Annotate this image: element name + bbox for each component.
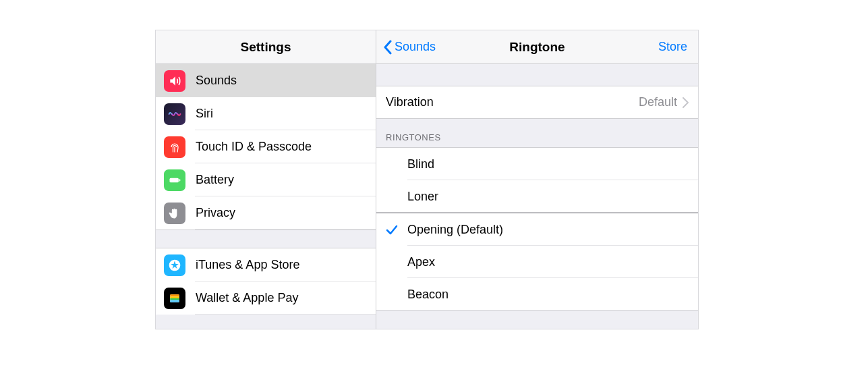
settings-sidebar: Settings SoundsSiriTouch ID & PasscodeBa… <box>156 30 376 329</box>
builtin-ringtones-list: Opening (Default)ApexBeacon <box>376 213 698 311</box>
sidebar-item-label: Sounds <box>196 74 237 88</box>
sidebar-item-label: Wallet & Apple Pay <box>196 291 298 305</box>
svg-rect-7 <box>170 300 179 302</box>
detail-pane: Sounds Ringtone Store Vibration Default … <box>376 30 698 329</box>
section-gap <box>376 64 698 86</box>
sidebar-item-siri[interactable]: Siri <box>156 97 376 130</box>
sidebar-header: Settings <box>156 30 376 64</box>
ringtone-label: Blind <box>407 157 434 171</box>
ringtone-row[interactable]: Beacon <box>376 278 698 311</box>
hand-icon <box>164 203 185 224</box>
sidebar-item-label: Siri <box>196 107 213 121</box>
sidebar-item-label: iTunes & App Store <box>196 258 299 272</box>
battery-icon <box>164 169 185 191</box>
back-label: Sounds <box>395 40 436 54</box>
siri-icon <box>164 103 185 125</box>
back-button[interactable]: Sounds <box>383 30 436 63</box>
svg-rect-1 <box>179 179 181 181</box>
speaker-icon <box>164 70 185 92</box>
ringtone-label: Loner <box>407 190 438 204</box>
sidebar-item-sounds[interactable]: Sounds <box>156 64 376 97</box>
ringtone-row[interactable]: Loner <box>376 180 698 213</box>
sidebar-title: Settings <box>241 40 291 55</box>
sidebar-item-touchid[interactable]: Touch ID & Passcode <box>156 130 376 163</box>
fingerprint-icon <box>164 136 185 158</box>
ringtones-section-header: RINGTONES <box>376 119 698 147</box>
sidebar-item-privacy[interactable]: Privacy <box>156 196 376 230</box>
ringtone-row[interactable]: Blind <box>376 148 698 180</box>
wallet-icon <box>164 288 185 309</box>
sidebar-item-wallet[interactable]: Wallet & Apple Pay <box>156 281 376 315</box>
settings-split-view: Settings SoundsSiriTouch ID & PasscodeBa… <box>155 30 699 329</box>
sidebar-group-1: SoundsSiriTouch ID & PasscodeBatteryPriv… <box>156 64 376 230</box>
ringtone-label: Beacon <box>407 288 449 302</box>
svg-rect-0 <box>170 178 179 182</box>
vibration-value: Default <box>639 95 677 109</box>
sidebar-item-label: Touch ID & Passcode <box>196 140 312 154</box>
ringtone-label: Apex <box>407 255 435 269</box>
sidebar-item-itunes[interactable]: iTunes & App Store <box>156 248 376 281</box>
sidebar-item-label: Privacy <box>196 206 235 220</box>
appstore-icon <box>164 254 185 276</box>
ringtone-label: Opening (Default) <box>407 223 503 237</box>
sidebar-item-label: Battery <box>196 173 234 187</box>
checkmark-icon <box>386 223 398 236</box>
vibration-label: Vibration <box>386 95 639 109</box>
vibration-row[interactable]: Vibration Default <box>376 86 698 119</box>
detail-header: Sounds Ringtone Store <box>376 30 698 64</box>
ringtone-row[interactable]: Apex <box>376 246 698 278</box>
chevron-left-icon <box>383 40 392 55</box>
svg-rect-6 <box>170 298 179 300</box>
store-button[interactable]: Store <box>658 30 687 63</box>
svg-rect-4 <box>170 294 179 296</box>
sidebar-group-2: iTunes & App StoreWallet & Apple Pay <box>156 248 376 315</box>
chevron-right-icon <box>683 97 689 108</box>
custom-ringtones-list: BlindLoner <box>376 147 698 213</box>
svg-rect-5 <box>170 296 179 298</box>
sidebar-item-battery[interactable]: Battery <box>156 163 376 196</box>
sidebar-group-gap <box>156 230 376 248</box>
ringtone-row[interactable]: Opening (Default) <box>376 213 698 246</box>
